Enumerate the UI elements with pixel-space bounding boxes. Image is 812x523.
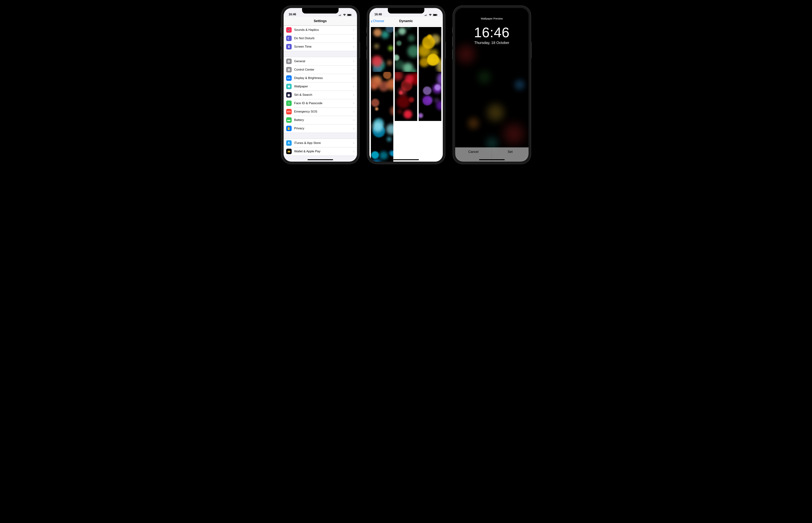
- svg-rect-1: [348, 14, 351, 16]
- row-label: iTunes & App Store: [294, 141, 353, 145]
- settings-row-siri[interactable]: ◉Siri & Search›: [284, 91, 357, 99]
- wallpaper-grid-container: [369, 25, 443, 162]
- chevron-right-icon: ›: [353, 44, 354, 49]
- status-indicators: [424, 14, 438, 16]
- wallpaper-tile-yellow[interactable]: [419, 27, 441, 76]
- wallpaper-tile-green[interactable]: [395, 27, 417, 76]
- bokeh-dot: [379, 151, 388, 160]
- bokeh-dot: [468, 118, 479, 129]
- wallpaper-tile-red[interactable]: [395, 72, 417, 121]
- appstore-icon: A: [286, 140, 292, 146]
- row-label: Wallpaper: [294, 85, 353, 88]
- row-label: Display & Brightness: [294, 76, 353, 80]
- settings-group: AiTunes & App Store›💳Wallet & Apple Pay›: [284, 139, 357, 156]
- home-indicator[interactable]: [307, 159, 333, 160]
- settings-list[interactable]: 🔊Sounds & Haptics›☾Do Not Disturb›⧗Scree…: [284, 25, 357, 162]
- bokeh-dot: [386, 124, 393, 134]
- wallpaper-tile-blue[interactable]: [371, 117, 393, 162]
- bokeh-dot: [487, 104, 504, 121]
- bokeh-dot: [423, 96, 432, 105]
- settings-row-screentime[interactable]: ⧗Screen Time›: [284, 42, 357, 51]
- wallpaper-tile-orange[interactable]: [371, 72, 393, 121]
- chevron-right-icon: ›: [353, 118, 354, 122]
- bokeh-dot: [371, 56, 383, 67]
- bokeh-dot: [407, 45, 417, 57]
- row-label: General: [294, 59, 353, 63]
- settings-row-wallet[interactable]: 💳Wallet & Apple Pay›: [284, 147, 357, 156]
- row-label: Control Center: [294, 68, 353, 72]
- bokeh-dot: [409, 97, 414, 102]
- svg-rect-2: [351, 15, 352, 15]
- bokeh-dot: [398, 110, 402, 113]
- settings-row-sounds[interactable]: 🔊Sounds & Haptics›: [284, 26, 357, 34]
- back-button[interactable]: ‹ Choose: [371, 17, 384, 25]
- wallpaper-tile-purple[interactable]: [419, 72, 441, 121]
- faceid-icon: ☺: [286, 101, 292, 106]
- settings-row-wallpaper[interactable]: ❋Wallpaper›: [284, 82, 357, 91]
- chevron-right-icon: ›: [353, 76, 354, 80]
- bokeh-dot: [406, 27, 411, 29]
- chevron-right-icon: ›: [353, 149, 354, 154]
- settings-row-display[interactable]: AADisplay & Brightness›: [284, 74, 357, 82]
- settings-row-general[interactable]: ⚙General›: [284, 57, 357, 66]
- bokeh-dot: [372, 159, 382, 162]
- lock-date: Thursday, 18 October: [455, 41, 529, 45]
- siri-icon: ◉: [286, 92, 292, 97]
- chevron-right-icon: ›: [353, 109, 354, 114]
- battery-icon: [433, 14, 438, 16]
- bokeh-dot: [395, 33, 398, 36]
- svg-rect-5: [437, 15, 438, 15]
- nav-bar-dynamic: ‹ Choose Dynamic: [369, 17, 443, 25]
- wifi-icon: [429, 14, 432, 16]
- nav-bar-settings: Settings: [284, 17, 357, 25]
- bokeh-dot: [399, 28, 406, 35]
- phone-wallpaper-preview: Wallpaper Preview 16:46 Thursday, 18 Oct…: [453, 5, 531, 164]
- bokeh-dot: [405, 74, 413, 83]
- settings-row-dnd[interactable]: ☾Do Not Disturb›: [284, 34, 357, 42]
- settings-group: ⚙General›⊞Control Center›AADisplay & Bri…: [284, 57, 357, 133]
- lock-screen-clock: 16:46 Thursday, 18 October: [455, 24, 529, 45]
- bokeh-dot: [383, 72, 391, 79]
- bokeh-dot: [387, 61, 391, 65]
- moon-icon: ☾: [286, 36, 292, 41]
- bokeh-dot: [396, 41, 402, 46]
- chevron-right-icon: ›: [353, 36, 354, 41]
- row-label: Sounds & Haptics: [294, 28, 353, 32]
- bokeh-dot: [514, 80, 525, 90]
- lock-time: 16:46: [455, 24, 529, 40]
- bokeh-dot: [371, 151, 379, 159]
- settings-row-controlcenter[interactable]: ⊞Control Center›: [284, 66, 357, 74]
- cellular-icon: [339, 14, 342, 16]
- row-label: Siri & Search: [294, 93, 353, 97]
- settings-row-battery[interactable]: ▬Battery›: [284, 116, 357, 124]
- bokeh-dot: [372, 122, 383, 132]
- bokeh-dot: [422, 36, 435, 49]
- settings-row-appstore[interactable]: AiTunes & App Store›: [284, 139, 357, 147]
- chevron-right-icon: ›: [353, 67, 354, 72]
- home-indicator[interactable]: [479, 159, 505, 160]
- row-label: Do Not Disturb: [294, 36, 353, 40]
- row-label: Battery: [294, 118, 353, 122]
- settings-row-privacy[interactable]: ✋Privacy›: [284, 124, 357, 133]
- sounds-icon: 🔊: [286, 27, 292, 33]
- home-indicator[interactable]: [393, 159, 419, 160]
- cellular-icon: [424, 14, 428, 16]
- bokeh-dot: [399, 91, 403, 95]
- gear-icon: ⚙: [286, 58, 292, 64]
- bokeh-dot: [388, 46, 393, 51]
- sos-icon: SOS: [286, 109, 292, 114]
- bokeh-dot: [387, 137, 391, 141]
- settings-row-sos[interactable]: SOSEmergency SOS›: [284, 107, 357, 116]
- battery-icon: [347, 14, 352, 16]
- chevron-right-icon: ›: [353, 28, 354, 32]
- wallpaper-tile-multi[interactable]: [371, 27, 393, 76]
- bokeh-dot: [395, 72, 403, 80]
- svg-rect-4: [433, 14, 437, 16]
- bokeh-dot: [373, 29, 382, 37]
- switches-icon: ⊞: [286, 67, 292, 72]
- bokeh-dot: [371, 99, 379, 107]
- settings-row-faceid[interactable]: ☺Face ID & Passcode›: [284, 99, 357, 107]
- phone-dynamic-picker: 16:46 ‹ Choose Dynamic: [367, 5, 445, 164]
- battery-icon: ▬: [286, 117, 292, 123]
- nav-title: Dynamic: [399, 19, 413, 23]
